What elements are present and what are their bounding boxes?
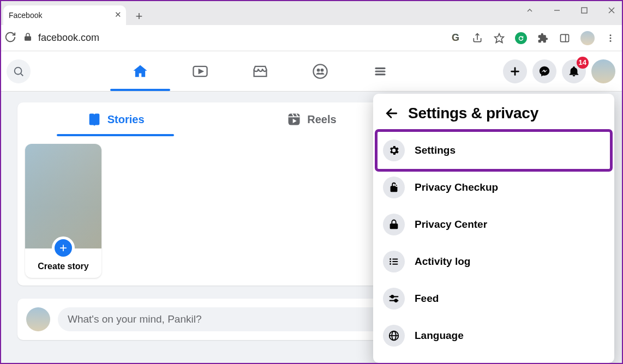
- svg-point-28: [390, 261, 391, 263]
- lock-icon[interactable]: [23, 32, 33, 44]
- notifications-button[interactable]: 14: [562, 59, 586, 83]
- nav-home[interactable]: [110, 51, 170, 91]
- list-icon: [383, 251, 405, 272]
- svg-rect-22: [289, 114, 300, 125]
- tab-stories-label: Stories: [107, 113, 145, 126]
- create-button[interactable]: [503, 59, 527, 83]
- window-controls: [523, 3, 619, 17]
- window-close-icon[interactable]: [604, 3, 619, 17]
- svg-point-7: [610, 34, 612, 36]
- tab-stories[interactable]: Stories: [17, 102, 213, 136]
- sidepanel-icon[interactable]: [559, 32, 571, 44]
- browser-address-bar: facebook.com G: [1, 25, 622, 51]
- svg-point-27: [390, 258, 391, 260]
- story-image: +: [25, 144, 101, 248]
- browser-tab[interactable]: Facebook ✕: [3, 5, 126, 25]
- menu-item-label: Settings: [415, 144, 456, 156]
- window-minimize-icon[interactable]: [550, 3, 564, 17]
- composer-placeholder: What's on your mind, Pankil?: [68, 313, 201, 325]
- gear-icon: [383, 139, 405, 161]
- svg-point-14: [313, 64, 327, 78]
- svg-marker-13: [199, 69, 203, 73]
- svg-point-8: [610, 37, 612, 39]
- menu-item-label: Privacy Checkup: [415, 181, 498, 193]
- svg-rect-30: [392, 259, 398, 260]
- menu-item-feed[interactable]: Feed: [378, 280, 610, 317]
- toolbar-right: G: [450, 31, 616, 45]
- sliders-icon: [383, 288, 405, 310]
- svg-rect-31: [392, 261, 398, 262]
- menu-item-settings[interactable]: Settings: [378, 132, 610, 169]
- svg-point-16: [321, 68, 324, 71]
- extensions-icon[interactable]: [537, 32, 549, 44]
- settings-privacy-dropdown: Settings & privacy Settings Privacy Chec…: [373, 94, 614, 363]
- browser-profile-avatar[interactable]: [580, 31, 595, 45]
- menu-item-label: Language: [415, 330, 464, 342]
- grammarly-icon[interactable]: [515, 32, 527, 44]
- lock-icon: [383, 214, 405, 235]
- navbar-right: 14: [503, 59, 615, 83]
- new-tab-button[interactable]: +: [130, 8, 148, 25]
- svg-point-36: [394, 299, 397, 301]
- window-restore-down-icon[interactable]: [523, 3, 537, 17]
- svg-rect-1: [582, 8, 587, 13]
- menu-item-language[interactable]: Language: [378, 317, 610, 354]
- dropdown-header: Settings & privacy: [378, 102, 610, 132]
- svg-point-34: [391, 295, 393, 298]
- menu-item-label: Activity log: [415, 256, 470, 268]
- star-icon[interactable]: [493, 32, 505, 44]
- nav-groups[interactable]: [290, 51, 350, 91]
- svg-rect-32: [392, 264, 398, 265]
- messenger-button[interactable]: [532, 59, 556, 83]
- menu-item-label: Privacy Center: [415, 219, 487, 230]
- svg-rect-5: [561, 34, 569, 41]
- dropdown-title: Settings & privacy: [408, 105, 538, 122]
- lock-heart-icon: [383, 177, 405, 198]
- composer-avatar[interactable]: [26, 307, 50, 331]
- svg-marker-4: [495, 33, 504, 43]
- menu-item-privacy-center[interactable]: Privacy Center: [378, 206, 610, 243]
- search-button[interactable]: [7, 59, 31, 83]
- browser-menu-icon[interactable]: [604, 32, 616, 44]
- tab-close-icon[interactable]: ✕: [115, 10, 122, 20]
- reload-icon[interactable]: [4, 31, 17, 45]
- svg-point-15: [317, 68, 320, 71]
- center-nav: [110, 51, 458, 91]
- nav-menu[interactable]: [350, 51, 410, 91]
- back-arrow-icon[interactable]: [384, 106, 399, 121]
- svg-point-9: [610, 40, 612, 41]
- browser-titlebar: Facebook ✕ +: [1, 1, 622, 25]
- tab-reels-label: Reels: [307, 113, 336, 126]
- notification-badge: 14: [577, 57, 589, 69]
- svg-point-10: [15, 67, 22, 74]
- svg-line-11: [21, 74, 23, 76]
- profile-avatar[interactable]: [591, 59, 615, 83]
- tab-title: Facebook: [9, 11, 42, 20]
- nav-marketplace[interactable]: [230, 51, 290, 91]
- window-maximize-icon[interactable]: [577, 3, 591, 17]
- url-text[interactable]: facebook.com: [38, 32, 444, 44]
- share-icon[interactable]: [471, 32, 483, 44]
- create-story-card[interactable]: + Create story: [25, 144, 101, 278]
- menu-item-label: Feed: [415, 293, 439, 305]
- svg-point-29: [390, 263, 391, 265]
- google-icon[interactable]: G: [450, 32, 462, 44]
- facebook-navbar: 14: [1, 51, 622, 92]
- menu-item-privacy-checkup[interactable]: Privacy Checkup: [378, 169, 610, 206]
- create-story-plus-icon[interactable]: +: [52, 236, 75, 259]
- nav-watch[interactable]: [170, 51, 230, 91]
- globe-icon: [383, 325, 405, 347]
- menu-item-activity-log[interactable]: Activity log: [378, 243, 610, 280]
